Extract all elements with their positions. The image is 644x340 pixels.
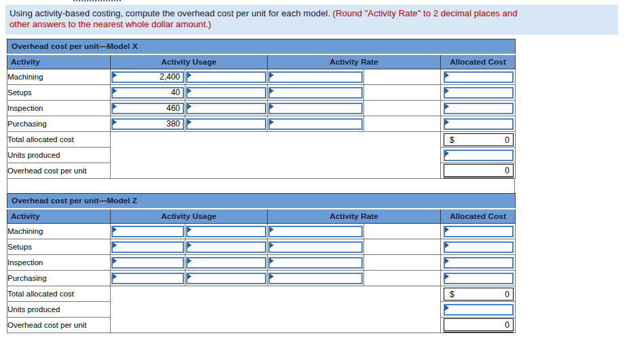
activity-rate-input[interactable] bbox=[268, 71, 363, 83]
activity-label: Inspection bbox=[7, 255, 111, 271]
response-flag-icon bbox=[445, 243, 449, 250]
table-title: Overhead cost per unit—Model X bbox=[7, 39, 516, 54]
allocated-cost-input[interactable] bbox=[444, 71, 514, 83]
response-flag-icon bbox=[270, 274, 274, 282]
response-flag-icon bbox=[187, 274, 192, 282]
allocated-cost-input[interactable] bbox=[444, 273, 514, 284]
allocated-cost-input[interactable] bbox=[444, 241, 514, 253]
activity-usage-value: 460 bbox=[113, 104, 183, 113]
allocated-cost-input[interactable] bbox=[444, 103, 514, 114]
activity-usage-secondary-input[interactable] bbox=[186, 257, 266, 269]
response-flag-icon bbox=[187, 104, 192, 112]
activity-label: Machining bbox=[7, 69, 111, 85]
activity-usage-value bbox=[113, 258, 183, 267]
activity-rate-input[interactable] bbox=[268, 118, 363, 130]
total-allocated-value: 0 bbox=[505, 135, 509, 145]
response-flag-icon bbox=[187, 243, 192, 250]
allocated-cost-input[interactable] bbox=[444, 257, 514, 269]
activity-usage-input[interactable]: 40 bbox=[111, 87, 184, 99]
double-underline bbox=[444, 177, 514, 178]
total-allocated-label: Total allocated cost bbox=[7, 132, 111, 148]
response-flag-icon bbox=[270, 243, 274, 250]
allocated-cost-input[interactable] bbox=[444, 226, 514, 237]
activity-usage-value: 380 bbox=[113, 120, 183, 129]
overhead-per-unit-box: 0 bbox=[444, 164, 514, 177]
response-flag-icon bbox=[270, 258, 274, 266]
activity-usage-input[interactable]: 380 bbox=[111, 118, 184, 130]
allocated-cost-input[interactable] bbox=[444, 118, 514, 130]
activity-usage-secondary-input[interactable] bbox=[186, 103, 266, 114]
table-row: Machining 2,400 bbox=[7, 69, 516, 85]
rate-spacer-cell bbox=[364, 224, 441, 239]
instruction-text: Using activity-based costing, compute th… bbox=[10, 8, 333, 18]
col-header-activity: Activity bbox=[7, 54, 111, 69]
units-produced-input[interactable] bbox=[444, 304, 514, 316]
overhead-per-unit-label: Overhead cost per unit bbox=[7, 163, 111, 179]
instruction-rounding-note-line2: other answers to the nearest whole dolla… bbox=[10, 19, 211, 29]
activity-usage-secondary-input[interactable] bbox=[186, 118, 266, 130]
total-row: Total allocated cost $0 bbox=[7, 286, 516, 302]
table-title: Overhead cost per unit—Model Z bbox=[7, 194, 516, 209]
activity-usage-value: 40 bbox=[113, 88, 183, 97]
instruction-panel: Using activity-based costing, compute th… bbox=[5, 5, 618, 35]
overhead-per-unit-box: 0 bbox=[444, 318, 514, 331]
activity-rate-input[interactable] bbox=[268, 226, 363, 237]
response-flag-icon bbox=[445, 274, 449, 282]
rate-spacer-cell bbox=[364, 69, 441, 85]
activity-usage-secondary-input[interactable] bbox=[186, 87, 266, 99]
units-produced-label: Units produced bbox=[7, 302, 111, 318]
worksheet-area: Overhead cost per unit—Model X Activity … bbox=[7, 39, 515, 333]
activity-usage-input[interactable] bbox=[111, 257, 184, 269]
activity-usage-input[interactable]: 460 bbox=[111, 103, 184, 114]
response-flag-icon bbox=[270, 104, 274, 112]
col-header-activity-rate: Activity Rate bbox=[268, 54, 441, 69]
activity-usage-value bbox=[113, 274, 183, 283]
activity-usage-input[interactable] bbox=[111, 241, 184, 253]
units-produced-input[interactable] bbox=[444, 150, 514, 161]
response-flag-icon bbox=[187, 120, 192, 127]
rate-spacer-cell bbox=[364, 85, 441, 101]
rate-spacer-cell bbox=[364, 239, 441, 255]
table-row: Machining bbox=[7, 224, 516, 239]
activity-usage-secondary-input[interactable] bbox=[186, 241, 266, 253]
col-header-activity-usage: Activity Usage bbox=[111, 209, 268, 224]
empty-region bbox=[111, 132, 441, 179]
table-row: Inspection 460 bbox=[7, 101, 516, 116]
overhead-per-unit-label: Overhead cost per unit bbox=[7, 318, 111, 333]
table-row: Setups bbox=[7, 239, 516, 255]
activity-usage-secondary-input[interactable] bbox=[186, 71, 266, 83]
activity-label: Machining bbox=[7, 224, 111, 239]
table-gap bbox=[7, 179, 515, 193]
model-z-table: Overhead cost per unit—Model Z Activity … bbox=[7, 193, 516, 333]
col-header-activity: Activity bbox=[7, 209, 111, 224]
response-flag-icon bbox=[445, 227, 449, 235]
total-allocated-cost-box: $0 bbox=[444, 133, 514, 146]
response-flag-icon bbox=[187, 258, 192, 266]
response-flag-icon bbox=[187, 73, 192, 80]
response-flag-icon bbox=[270, 120, 274, 127]
activity-usage-input[interactable] bbox=[111, 273, 184, 284]
total-allocated-label: Total allocated cost bbox=[7, 286, 111, 302]
response-flag-icon bbox=[445, 151, 449, 158]
activity-usage-input[interactable] bbox=[111, 226, 184, 237]
activity-usage-secondary-input[interactable] bbox=[186, 226, 266, 237]
activity-usage-secondary-input[interactable] bbox=[186, 273, 266, 284]
activity-rate-input[interactable] bbox=[268, 257, 363, 269]
activity-usage-value bbox=[113, 227, 183, 236]
allocated-cost-input[interactable] bbox=[444, 87, 514, 99]
model-x-table: Overhead cost per unit—Model X Activity … bbox=[7, 39, 516, 179]
double-underline bbox=[444, 332, 514, 333]
instruction-rounding-note-line1: (Round "Activity Rate" to 2 decimal plac… bbox=[333, 8, 518, 18]
total-row: Total allocated cost $0 bbox=[7, 132, 516, 148]
rate-spacer-cell bbox=[364, 101, 441, 116]
activity-rate-input[interactable] bbox=[268, 241, 363, 253]
response-flag-icon bbox=[445, 305, 449, 313]
rate-spacer-cell bbox=[364, 271, 441, 286]
response-flag-icon bbox=[445, 88, 449, 96]
activity-rate-input[interactable] bbox=[268, 87, 363, 99]
activity-rate-input[interactable] bbox=[268, 273, 363, 284]
activity-rate-input[interactable] bbox=[268, 103, 363, 114]
total-allocated-cost-box: $0 bbox=[444, 288, 514, 301]
activity-usage-input[interactable]: 2,400 bbox=[111, 71, 184, 83]
response-flag-icon bbox=[445, 73, 449, 80]
